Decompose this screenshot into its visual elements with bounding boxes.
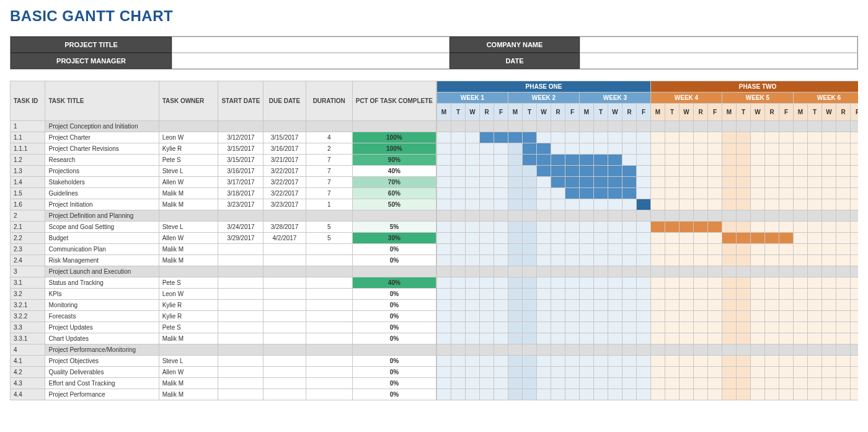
gantt-cell[interactable]: [608, 289, 622, 300]
gantt-cell[interactable]: [508, 378, 523, 389]
gantt-cell[interactable]: [580, 244, 594, 255]
gantt-cell[interactable]: [565, 277, 580, 289]
gantt-cell[interactable]: [451, 233, 466, 244]
gantt-cell[interactable]: [680, 233, 694, 244]
gantt-cell[interactable]: [608, 378, 622, 389]
gantt-cell[interactable]: [622, 389, 637, 400]
gantt-cell[interactable]: [751, 233, 765, 244]
gantt-cell[interactable]: [494, 233, 508, 244]
gantt-cell[interactable]: [580, 311, 594, 322]
gantt-cell[interactable]: [836, 311, 851, 322]
gantt-cell[interactable]: [622, 222, 637, 233]
gantt-cell[interactable]: [437, 277, 451, 289]
gantt-cell[interactable]: [737, 333, 751, 344]
gantt-cell[interactable]: [851, 166, 859, 177]
gantt-cell[interactable]: [765, 233, 779, 244]
gantt-cell[interactable]: [651, 333, 665, 344]
gantt-cell[interactable]: [708, 266, 722, 277]
gantt-cell[interactable]: [637, 344, 651, 356]
gantt-cell[interactable]: [451, 277, 466, 289]
gantt-cell[interactable]: [480, 311, 494, 322]
gantt-cell[interactable]: [680, 244, 694, 255]
gantt-cell[interactable]: [665, 222, 680, 233]
gantt-cell[interactable]: [794, 199, 808, 210]
gantt-cell[interactable]: [551, 233, 565, 244]
gantt-cell[interactable]: [751, 166, 765, 177]
gantt-cell[interactable]: [451, 132, 466, 143]
gantt-cell[interactable]: [751, 277, 765, 289]
gantt-cell[interactable]: [523, 255, 537, 266]
value-project-manager[interactable]: [172, 53, 450, 69]
gantt-cell[interactable]: [508, 233, 523, 244]
gantt-cell[interactable]: [537, 177, 551, 188]
gantt-cell[interactable]: [451, 344, 466, 356]
gantt-cell[interactable]: [694, 143, 708, 155]
gantt-cell[interactable]: [680, 121, 694, 132]
gantt-cell[interactable]: [637, 311, 651, 322]
gantt-cell[interactable]: [680, 356, 694, 367]
gantt-cell[interactable]: [722, 155, 737, 166]
gantt-cell[interactable]: [622, 378, 637, 389]
gantt-cell[interactable]: [608, 255, 622, 266]
gantt-cell[interactable]: [822, 155, 836, 166]
gantt-cell[interactable]: [851, 132, 859, 143]
gantt-cell[interactable]: [565, 255, 580, 266]
gantt-cell[interactable]: [622, 344, 637, 356]
gantt-cell[interactable]: [836, 121, 851, 132]
gantt-cell[interactable]: [651, 300, 665, 311]
gantt-cell[interactable]: [851, 389, 859, 400]
gantt-cell[interactable]: [508, 277, 523, 289]
gantt-cell[interactable]: [565, 177, 580, 188]
gantt-cell[interactable]: [665, 121, 680, 132]
gantt-cell[interactable]: [808, 311, 822, 322]
gantt-cell[interactable]: [851, 199, 859, 210]
gantt-cell[interactable]: [523, 289, 537, 300]
gantt-cell[interactable]: [708, 222, 722, 233]
gantt-cell[interactable]: [808, 132, 822, 143]
gantt-cell[interactable]: [737, 356, 751, 367]
gantt-cell[interactable]: [551, 300, 565, 311]
gantt-cell[interactable]: [779, 266, 794, 277]
gantt-cell[interactable]: [822, 378, 836, 389]
gantt-cell[interactable]: [665, 244, 680, 255]
gantt-cell[interactable]: [779, 132, 794, 143]
gantt-cell[interactable]: [694, 255, 708, 266]
gantt-cell[interactable]: [594, 311, 608, 322]
gantt-cell[interactable]: [508, 300, 523, 311]
gantt-cell[interactable]: [622, 166, 637, 177]
gantt-cell[interactable]: [494, 244, 508, 255]
gantt-cell[interactable]: [594, 277, 608, 289]
gantt-cell[interactable]: [480, 378, 494, 389]
gantt-cell[interactable]: [680, 222, 694, 233]
gantt-cell[interactable]: [508, 188, 523, 199]
gantt-cell[interactable]: [637, 155, 651, 166]
gantt-cell[interactable]: [680, 266, 694, 277]
gantt-cell[interactable]: [437, 378, 451, 389]
gantt-cell[interactable]: [480, 300, 494, 311]
gantt-cell[interactable]: [523, 266, 537, 277]
gantt-cell[interactable]: [480, 233, 494, 244]
gantt-cell[interactable]: [637, 322, 651, 333]
gantt-cell[interactable]: [608, 155, 622, 166]
gantt-cell[interactable]: [480, 199, 494, 210]
gantt-cell[interactable]: [523, 199, 537, 210]
gantt-cell[interactable]: [537, 155, 551, 166]
gantt-cell[interactable]: [822, 300, 836, 311]
gantt-cell[interactable]: [822, 333, 836, 344]
table-row[interactable]: 1.2ResearchPete S3/15/20173/21/2017790%: [11, 155, 436, 166]
gantt-cell[interactable]: [808, 233, 822, 244]
gantt-cell[interactable]: [508, 266, 523, 277]
table-row[interactable]: 4.4Project PerformanceMalik M0%: [11, 389, 436, 400]
gantt-cell[interactable]: [722, 356, 737, 367]
gantt-cell[interactable]: [665, 378, 680, 389]
gantt-cell[interactable]: [565, 367, 580, 378]
gantt-cell[interactable]: [508, 367, 523, 378]
gantt-cell[interactable]: [794, 356, 808, 367]
gantt-cell[interactable]: [751, 289, 765, 300]
gantt-cell[interactable]: [565, 143, 580, 155]
gantt-cell[interactable]: [794, 378, 808, 389]
gantt-cell[interactable]: [608, 244, 622, 255]
gantt-cell[interactable]: [580, 356, 594, 367]
gantt-cell[interactable]: [794, 188, 808, 199]
gantt-cell[interactable]: [779, 322, 794, 333]
